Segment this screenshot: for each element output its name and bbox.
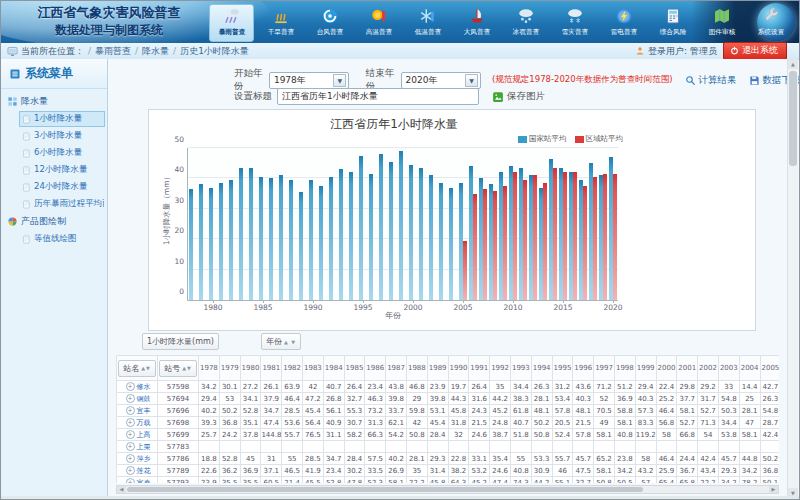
station-name-sort[interactable]: 站名▲▼ [118, 360, 156, 377]
station-name-cell[interactable]: +上高 [117, 429, 158, 441]
year-column-header[interactable]: 1995 [552, 356, 573, 381]
value-cell: 71.3 [698, 417, 719, 429]
start-year-select[interactable]: 1978年▼ [269, 72, 349, 89]
year-column-header[interactable]: 1990 [448, 356, 469, 381]
nav-item-settings[interactable]: 系统设置 [748, 4, 793, 42]
unit-filter-button[interactable]: 1小时降水量(mm) [142, 333, 219, 350]
expand-row-icon[interactable]: + [126, 430, 135, 439]
year-sort-button[interactable]: 年份▲ ▼ [261, 333, 301, 350]
nav-item-low-temp[interactable]: 低温普查 [405, 4, 450, 42]
station-name-cell[interactable]: +上栗 [117, 441, 158, 453]
year-column-header[interactable]: 2004 [739, 356, 760, 381]
expand-row-icon[interactable]: + [126, 466, 135, 475]
vertical-scrollbar[interactable]: ▲ ▼ [787, 59, 798, 498]
nav-item-typhoon[interactable]: 台风普查 [307, 4, 352, 42]
tree-item-0-5[interactable]: 历年暴雨过程平均雨量 [19, 196, 105, 212]
value-cell: 40.9 [323, 417, 344, 429]
tree-item-1-0[interactable]: 等值线绘图 [19, 231, 105, 247]
value-cell: 14.4 [739, 381, 760, 393]
nav-item-snow[interactable]: 雪灾普查 [552, 4, 597, 42]
year-column-header[interactable]: 1981 [261, 356, 282, 381]
year-column-header[interactable]: 1998 [614, 356, 635, 381]
user-icon [635, 46, 645, 56]
station-name-cell[interactable]: +莲花 [117, 465, 158, 477]
bar-national-1982 [229, 180, 233, 300]
tree-item-0-1[interactable]: 3小时降水量 [19, 128, 105, 144]
year-column-header[interactable]: 1984 [323, 356, 344, 381]
tree-item-0-2[interactable]: 6小时降水量 [19, 145, 105, 161]
value-cell [240, 441, 261, 453]
calculate-button[interactable]: 计算结果 [685, 74, 736, 87]
breadcrumb-segment[interactable]: 降水量 [142, 46, 169, 56]
year-column-header[interactable]: 1991 [469, 356, 490, 381]
tree-item-0-0[interactable]: 1小时降水量 [19, 111, 105, 127]
station-id-cell: 57694 [158, 393, 199, 405]
save-image-button[interactable]: 保存图片 [492, 90, 545, 103]
year-column-header[interactable]: 1983 [302, 356, 323, 381]
year-column-header[interactable]: 2003 [718, 356, 739, 381]
year-column-header[interactable]: 2002 [698, 356, 719, 381]
expand-row-icon[interactable]: + [126, 418, 135, 427]
vscroll-thumb[interactable] [789, 71, 797, 166]
value-cell: 22.8 [448, 453, 469, 465]
year-column-header[interactable]: 1989 [427, 356, 448, 381]
station-id-sort[interactable]: 站号▲▼ [159, 360, 197, 377]
logout-button[interactable]: 退出系统 [723, 42, 787, 60]
tree-item-0-4[interactable]: 24小时降水量 [19, 179, 105, 195]
year-column-header[interactable]: 2000 [656, 356, 677, 381]
year-column-header[interactable]: 1996 [573, 356, 594, 381]
year-column-header[interactable]: 1980 [240, 356, 261, 381]
tree-group-1[interactable]: 产品图绘制 [7, 213, 107, 230]
expand-row-icon[interactable]: + [126, 442, 135, 451]
value-cell: 26.9 [386, 465, 407, 477]
year-column-header[interactable]: 1992 [490, 356, 511, 381]
expand-row-icon[interactable]: + [126, 454, 135, 463]
hscroll-thumb[interactable] [127, 487, 643, 492]
year-column-header[interactable]: 1997 [594, 356, 615, 381]
nav-item-rainstorm[interactable]: 暴雨普查 [209, 4, 254, 42]
tree-group-0[interactable]: 降水量 [7, 93, 107, 110]
year-column-header[interactable]: 1986 [365, 356, 386, 381]
nav-item-risk[interactable]: 综合风险 [650, 4, 695, 42]
year-column-header[interactable]: 2001 [677, 356, 698, 381]
expand-row-icon[interactable]: + [126, 382, 135, 391]
tree-item-0-3[interactable]: 12小时降水量 [19, 162, 105, 178]
station-name-cell[interactable]: +萍乡 [117, 453, 158, 465]
expand-row-icon[interactable]: + [126, 394, 135, 403]
year-column-header[interactable]: 2005 [760, 356, 779, 381]
station-name-cell[interactable]: +修水 [117, 381, 158, 393]
station-name-cell[interactable]: +宜春 [117, 477, 158, 484]
nav-item-hail[interactable]: 冰雹普查 [503, 4, 548, 42]
expand-row-icon[interactable]: + [126, 478, 135, 483]
year-column-header[interactable]: 1988 [406, 356, 427, 381]
station-name-cell[interactable]: +万载 [117, 417, 158, 429]
scroll-left-arrow-icon[interactable]: ◀ [117, 486, 126, 493]
scroll-right-arrow-icon[interactable]: ▶ [769, 486, 778, 493]
chart-plot-area: 0102030405019801985199019952000200520102… [187, 148, 618, 301]
year-column-header[interactable]: 1979 [219, 356, 240, 381]
expand-row-icon[interactable]: + [126, 406, 135, 415]
year-column-header[interactable]: 1978 [199, 356, 220, 381]
nav-item-map-review[interactable]: 图件审核 [699, 4, 744, 42]
y-tick-label: 40 [164, 165, 184, 174]
year-column-header[interactable]: 1987 [386, 356, 407, 381]
nav-item-gale[interactable]: 大风普查 [454, 4, 499, 42]
x-tick-mark [363, 300, 364, 303]
chart-title-input[interactable]: 江西省历年1小时降水量 [277, 88, 479, 105]
breadcrumb-segment[interactable]: 历史1小时降水量 [180, 46, 249, 56]
year-column-header[interactable]: 1999 [635, 356, 656, 381]
year-column-header[interactable]: 1993 [510, 356, 531, 381]
station-name-cell[interactable]: +宜丰 [117, 405, 158, 417]
nav-item-drought[interactable]: 干旱普查 [258, 4, 303, 42]
nav-item-lightning[interactable]: 雷电普查 [601, 4, 646, 42]
end-year-select[interactable]: 2020年▼ [401, 72, 481, 89]
scroll-up-arrow-icon[interactable]: ▲ [788, 59, 798, 69]
station-name-cell[interactable]: +铜鼓 [117, 393, 158, 405]
nav-item-high-temp[interactable]: 高温普查 [356, 4, 401, 42]
year-column-header[interactable]: 1982 [282, 356, 303, 381]
breadcrumb-segment[interactable]: 暴雨普查 [95, 46, 131, 56]
horizontal-scrollbar[interactable]: ◀ ▶ [116, 485, 779, 494]
year-column-header[interactable]: 1985 [344, 356, 365, 381]
year-column-header[interactable]: 1994 [531, 356, 552, 381]
value-cell: 61.8 [510, 405, 531, 417]
